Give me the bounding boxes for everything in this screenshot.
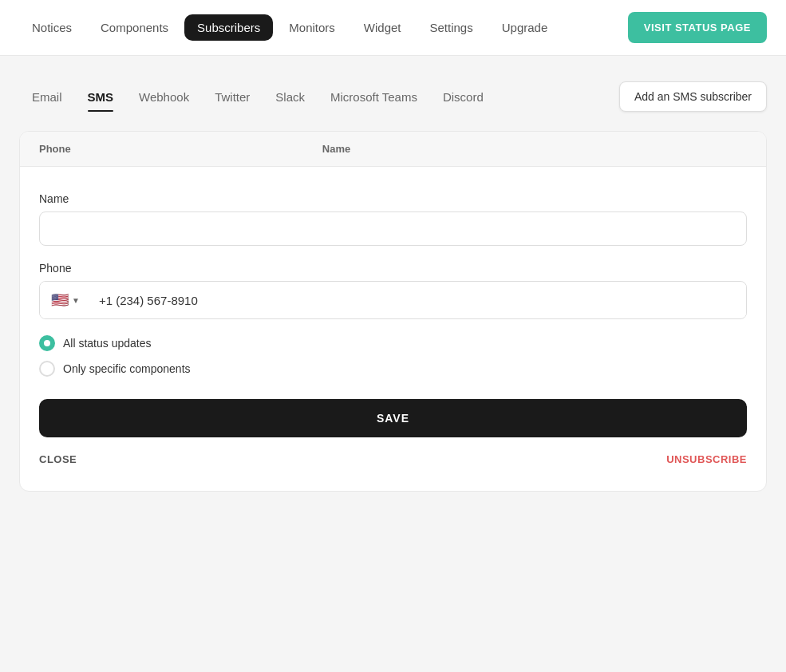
name-form-group: Name xyxy=(39,192,747,246)
nav-links: Notices Components Subscribers Monitors … xyxy=(19,14,560,41)
tab-sms[interactable]: SMS xyxy=(75,84,127,110)
nav-components[interactable]: Components xyxy=(88,14,181,41)
name-column-header: Name xyxy=(322,143,747,155)
all-status-updates-option[interactable]: All status updates xyxy=(39,335,747,351)
name-label: Name xyxy=(39,192,747,205)
notification-radio-group: All status updates Only specific compone… xyxy=(39,335,747,377)
all-status-updates-label: All status updates xyxy=(63,337,152,350)
specific-components-radio[interactable] xyxy=(39,361,55,377)
subscriber-tabs: Email SMS Webhook Twitter Slack Microsof… xyxy=(19,84,496,110)
subscriber-tabs-row: Email SMS Webhook Twitter Slack Microsof… xyxy=(19,81,767,112)
tab-slack[interactable]: Slack xyxy=(263,84,318,110)
top-navigation: Notices Components Subscribers Monitors … xyxy=(0,0,786,56)
close-button[interactable]: CLOSE xyxy=(39,453,77,465)
nav-notices[interactable]: Notices xyxy=(19,14,85,41)
table-header: Phone Name xyxy=(20,132,766,167)
nav-settings[interactable]: Settings xyxy=(417,14,486,41)
tab-microsoft-teams[interactable]: Microsoft Teams xyxy=(318,84,430,110)
subscriber-form: Name Phone 🇺🇸 ▼ All status updat xyxy=(20,167,766,491)
nav-monitors[interactable]: Monitors xyxy=(276,14,348,41)
tab-discord[interactable]: Discord xyxy=(430,84,496,110)
all-status-updates-radio[interactable] xyxy=(39,335,55,351)
add-subscriber-button[interactable]: Add an SMS subscriber xyxy=(619,81,767,112)
tab-email[interactable]: Email xyxy=(19,84,75,110)
specific-components-option[interactable]: Only specific components xyxy=(39,361,747,377)
tab-webhook[interactable]: Webhook xyxy=(126,84,202,110)
specific-components-label: Only specific components xyxy=(63,362,191,375)
tab-twitter[interactable]: Twitter xyxy=(202,84,263,110)
nav-subscribers[interactable]: Subscribers xyxy=(184,14,273,41)
phone-number-input[interactable] xyxy=(88,284,746,317)
subscribers-table: Phone Name Name Phone 🇺🇸 ▼ xyxy=(19,131,767,492)
flag-emoji: 🇺🇸 xyxy=(51,291,69,309)
nav-upgrade[interactable]: Upgrade xyxy=(489,14,561,41)
main-content: Email SMS Webhook Twitter Slack Microsof… xyxy=(0,56,786,517)
phone-label: Phone xyxy=(39,262,747,275)
phone-input-wrapper: 🇺🇸 ▼ xyxy=(39,281,747,319)
phone-column-header: Phone xyxy=(39,143,322,155)
save-button[interactable]: SAVE xyxy=(39,399,747,437)
chevron-down-icon: ▼ xyxy=(72,296,80,305)
name-input[interactable] xyxy=(39,211,747,246)
form-bottom-actions: CLOSE UNSUBSCRIBE xyxy=(39,453,747,465)
country-selector[interactable]: 🇺🇸 ▼ xyxy=(40,282,88,318)
unsubscribe-button[interactable]: UNSUBSCRIBE xyxy=(666,453,747,465)
visit-status-button[interactable]: VISIT STATUS PAGE xyxy=(628,12,767,43)
phone-form-group: Phone 🇺🇸 ▼ xyxy=(39,262,747,319)
nav-widget[interactable]: Widget xyxy=(351,14,414,41)
